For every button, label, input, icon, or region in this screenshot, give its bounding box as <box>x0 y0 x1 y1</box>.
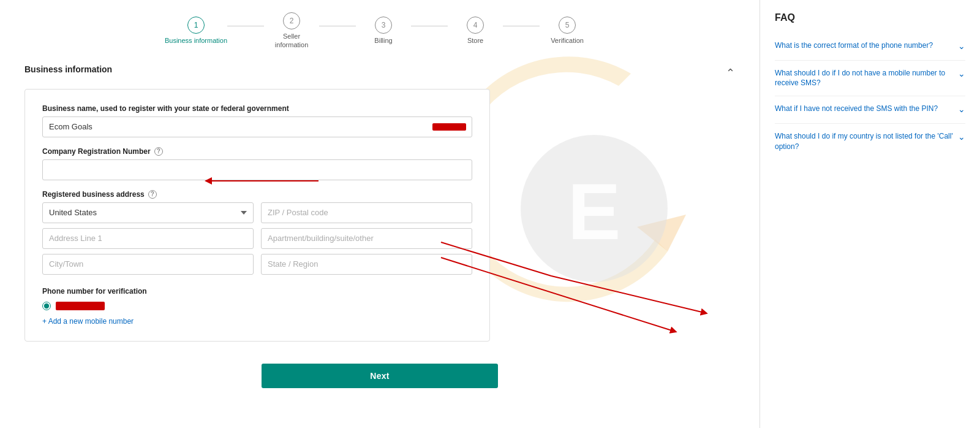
next-button[interactable]: Next <box>262 364 498 388</box>
faq-title: FAQ <box>775 12 965 23</box>
step-2: 2 Sellerinformation <box>264 12 319 50</box>
apartment-col <box>261 228 472 249</box>
section-title: Business information <box>24 64 112 74</box>
step-line-2 <box>319 26 356 26</box>
company-reg-label: Company Registration Number ? <box>42 147 472 156</box>
address-group: Registered business address ? United Sta… <box>42 190 472 275</box>
phone-radio[interactable] <box>42 302 51 310</box>
step-4-label: Store <box>467 36 483 45</box>
faq-chevron-4: ⌄ <box>958 131 965 143</box>
state-input[interactable] <box>261 254 472 275</box>
city-input[interactable] <box>42 254 254 275</box>
address1-col <box>42 228 254 249</box>
step-4-circle: 4 <box>467 17 484 34</box>
faq-question-2: What should I do if I do not have a mobi… <box>775 68 965 89</box>
faq-item-4[interactable]: What should I do if my country is not li… <box>775 124 965 159</box>
step-line-1 <box>227 26 264 26</box>
step-line-3 <box>411 26 448 26</box>
svg-marker-0 <box>637 215 686 251</box>
business-name-redacted <box>432 123 466 131</box>
city-col <box>42 254 254 275</box>
faq-question-3: What if I have not received the SMS with… <box>775 104 965 116</box>
steps-container: 1 Business information 2 Sellerinformati… <box>24 12 735 50</box>
faq-panel: FAQ What is the correct format of the ph… <box>760 0 980 428</box>
faq-question-4: What should I do if my country is not li… <box>775 131 965 152</box>
faq-item-1[interactable]: What is the correct format of the phone … <box>775 33 965 61</box>
country-col: United States Canada United Kingdom <box>42 202 254 223</box>
step-3-circle: 3 <box>375 17 392 34</box>
phone-radio-row <box>42 302 472 310</box>
step-2-circle: 2 <box>283 12 300 29</box>
address-line1-input[interactable] <box>42 228 254 249</box>
step-3-label: Billing <box>374 36 392 45</box>
next-button-container: Next <box>24 364 735 388</box>
step-1-circle: 1 <box>187 17 205 34</box>
faq-chevron-1: ⌄ <box>958 40 965 53</box>
faq-chevron-2: ⌄ <box>958 68 965 80</box>
svg-line-5 <box>551 276 704 313</box>
step-2-label: Sellerinformation <box>275 32 308 50</box>
apartment-input[interactable] <box>261 228 472 249</box>
phone-label: Phone number for verification <box>42 287 472 296</box>
state-col <box>261 254 472 275</box>
address-apt-row <box>42 228 472 249</box>
step-5-circle: 5 <box>559 17 576 34</box>
step-5: 5 Verification <box>540 17 595 45</box>
svg-point-1 <box>521 135 668 282</box>
country-zip-row: United States Canada United Kingdom <box>42 202 472 223</box>
address-help-icon[interactable]: ? <box>148 190 157 199</box>
form-card: Business name, used to register with you… <box>24 89 490 342</box>
svg-text:E: E <box>568 167 621 256</box>
step-3: 3 Billing <box>356 17 411 45</box>
add-mobile-link[interactable]: + Add a new mobile number <box>42 317 134 326</box>
section-header: Business information ⌃ <box>24 64 735 82</box>
faq-item-2[interactable]: What should I do if I do not have a mobi… <box>775 61 965 97</box>
company-reg-input[interactable] <box>42 159 472 180</box>
phone-number-redacted <box>56 302 105 310</box>
collapse-chevron[interactable]: ⌃ <box>726 66 735 80</box>
step-1-label: Business information <box>165 36 227 45</box>
zip-input[interactable] <box>261 202 472 223</box>
company-reg-group: Company Registration Number ? <box>42 147 472 180</box>
step-5-label: Verification <box>551 36 584 45</box>
address-label: Registered business address ? <box>42 190 472 199</box>
business-name-label: Business name, used to register with you… <box>42 104 472 113</box>
business-name-input[interactable] <box>42 117 472 137</box>
city-state-row <box>42 254 472 275</box>
phone-section: Phone number for verification + Add a ne… <box>42 287 472 326</box>
step-line-4 <box>503 26 540 26</box>
country-select[interactable]: United States Canada United Kingdom <box>42 202 254 223</box>
faq-chevron-3: ⌄ <box>958 104 965 116</box>
business-name-group: Business name, used to register with you… <box>42 104 472 137</box>
zip-col <box>261 202 472 223</box>
company-reg-help-icon[interactable]: ? <box>154 147 163 156</box>
faq-question-1: What is the correct format of the phone … <box>775 40 965 53</box>
faq-item-3[interactable]: What if I have not received the SMS with… <box>775 96 965 124</box>
step-4: 4 Store <box>448 17 503 45</box>
step-1: 1 Business information <box>165 17 227 45</box>
